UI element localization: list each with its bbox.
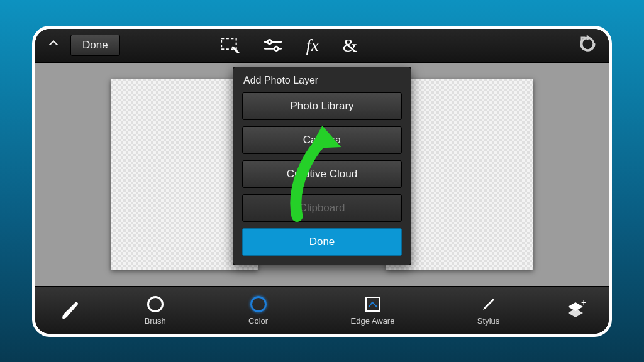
device-frame: Done fx &: [32, 26, 612, 337]
undo-icon[interactable]: [579, 35, 597, 56]
svg-text:+: +: [581, 299, 586, 307]
chevron-up-icon[interactable]: [43, 36, 64, 54]
svg-point-4: [274, 47, 278, 50]
add-photo-layer-popover: Add Photo Layer Photo Library Camera Cre…: [233, 67, 411, 265]
dock-label: Stylus: [477, 316, 499, 326]
topbar: Done fx &: [35, 29, 609, 63]
brush-tool-icon[interactable]: [35, 287, 103, 334]
dock-item-brush[interactable]: Brush: [145, 295, 166, 326]
dock-label: Brush: [145, 316, 166, 326]
stylus-icon: [479, 295, 498, 314]
topbar-done-button[interactable]: Done: [70, 35, 120, 56]
selection-tool-icon[interactable]: [221, 38, 240, 53]
dock-item-color[interactable]: Color: [248, 295, 268, 326]
clipboard-button: Clipboard: [242, 194, 402, 222]
popover-done-button[interactable]: Done: [242, 228, 402, 256]
edge-aware-icon: [364, 295, 382, 314]
app-root: Done fx &: [35, 29, 609, 334]
svg-rect-5: [366, 297, 380, 311]
fx-icon[interactable]: fx: [306, 35, 319, 55]
svg-point-2: [267, 40, 271, 43]
photo-library-button[interactable]: Photo Library: [242, 92, 402, 120]
creative-cloud-button[interactable]: Creative Cloud: [242, 160, 402, 188]
circle-outline-icon: [146, 295, 165, 314]
svg-marker-7: [568, 309, 583, 317]
dock-item-edge-aware[interactable]: Edge Aware: [351, 295, 395, 326]
ampersand-icon[interactable]: &: [343, 35, 357, 56]
topbar-tool-icons: fx &: [221, 35, 358, 56]
dock-items: Brush Color Edge Aware Stylus: [103, 295, 541, 326]
layers-icon[interactable]: +: [541, 287, 609, 334]
dock-item-stylus[interactable]: Stylus: [477, 295, 499, 326]
dock-label: Color: [248, 316, 268, 326]
camera-button[interactable]: Camera: [242, 126, 402, 154]
bottom-dock: Brush Color Edge Aware Stylus: [35, 286, 609, 334]
popover-title: Add Photo Layer: [243, 75, 402, 86]
sliders-icon[interactable]: [264, 38, 282, 52]
dock-label: Edge Aware: [351, 316, 395, 326]
color-ring-icon: [249, 295, 268, 314]
